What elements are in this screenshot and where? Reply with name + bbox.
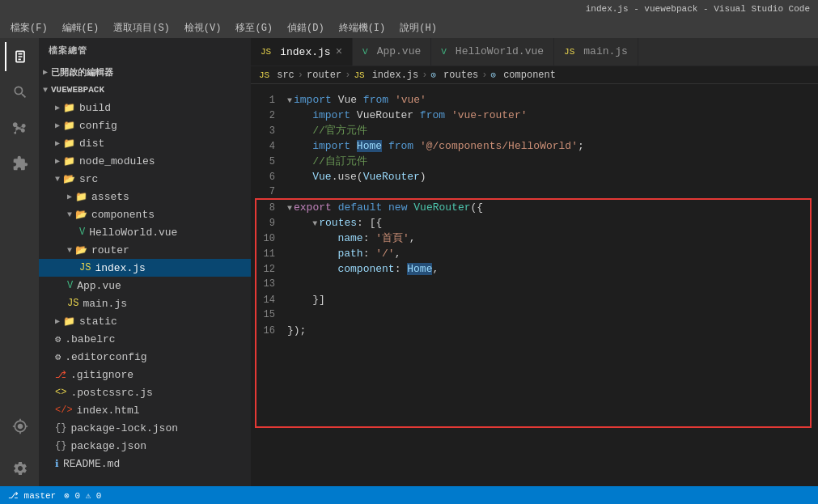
folder-assets[interactable]: ▶ 📁 assets: [39, 188, 251, 205]
tab-index-js[interactable]: JS index.js ×: [251, 38, 353, 66]
line-num-4: 4: [251, 139, 287, 155]
tab-app-vue-label: App.vue: [377, 45, 422, 57]
vue-tab-icon: V: [362, 47, 368, 57]
json-icon: {}: [55, 440, 66, 451]
code-line-6: 6 Vue.use(VueRouter): [251, 169, 818, 184]
file-readme[interactable]: ℹ README.md: [39, 455, 251, 472]
folder-router[interactable]: ▼ 📂 router: [39, 241, 251, 259]
code-area[interactable]: 1 ▼import Vue from 'vue' 2 import VueRou…: [251, 84, 818, 486]
breadcrumb-sep2: ›: [345, 70, 350, 81]
menu-item-偵錯(D)[interactable]: 偵錯(D): [281, 19, 331, 36]
folder-dist[interactable]: ▶ 📁 dist: [39, 134, 251, 152]
tab-close-index-js[interactable]: ×: [336, 45, 342, 58]
file-app-vue[interactable]: V App.vue: [39, 277, 251, 294]
line-num-15: 15: [251, 307, 287, 323]
git-icon: ⎇: [55, 369, 66, 381]
menu-item-終端機(I)[interactable]: 終端機(I): [333, 19, 392, 36]
folder-icon: 📁: [63, 138, 75, 150]
file-babelrc[interactable]: ⚙ .babelrc: [39, 330, 251, 348]
open-editors-label: 已開啟的編輯器: [51, 66, 113, 78]
file-package-lock-json[interactable]: {} package-lock.json: [39, 419, 251, 437]
folder-icon: 📁: [63, 155, 75, 167]
search-icon[interactable]: [5, 78, 34, 107]
line-num-5: 5: [251, 155, 287, 170]
explorer-icon[interactable]: [5, 42, 34, 71]
json-icon: {}: [55, 422, 66, 434]
root-label: VUEWEBPACK: [51, 85, 104, 95]
line-content-9: ▼routes: [{: [287, 215, 818, 231]
code-line-4: 4 import Home from '@/components/HelloWo…: [251, 138, 818, 154]
title-bar: index.js - vuewebpack - Visual Studio Co…: [0, 0, 818, 18]
line-num-2: 2: [251, 108, 287, 124]
folder-static[interactable]: ▶ 📁 static: [39, 312, 251, 330]
breadcrumb-router: router: [307, 70, 341, 81]
folder-components[interactable]: ▼ 📂 components: [39, 205, 251, 223]
file-index-js[interactable]: JS index.js: [39, 259, 251, 277]
js-icon: JS: [79, 262, 91, 273]
tab-helloworld-vue-label: HelloWorld.vue: [456, 45, 544, 57]
folder-build[interactable]: ▶ 📁 build: [39, 99, 251, 116]
folder-src[interactable]: ▼ 📂 src: [39, 170, 251, 188]
breadcrumb-component-icon: ⊙: [491, 70, 497, 80]
code-line-16: 16 });: [251, 323, 818, 338]
line-content-3: //官方元件: [287, 123, 818, 138]
file-index-html[interactable]: </> index.html: [39, 401, 251, 419]
open-editors-section[interactable]: ▶ 已開啟的編輯器: [39, 63, 251, 81]
code-line-15: 15: [251, 307, 818, 323]
menu-item-檢視(V)[interactable]: 檢視(V): [178, 19, 228, 36]
code-line-11: 11 path: '/',: [251, 246, 818, 261]
html-icon: </>: [55, 404, 73, 416]
breadcrumb-routes: routes: [443, 70, 478, 81]
status-bar: ⎇ master ⊗ 0 ⚠ 0: [0, 486, 818, 504]
menu-item-選取項目(S)[interactable]: 選取項目(S): [107, 19, 176, 36]
settings-icon[interactable]: [5, 454, 34, 483]
file-editorconfig[interactable]: ⚙ .editorconfig: [39, 348, 251, 366]
debug-icon[interactable]: [5, 412, 34, 441]
line-num-8: 8: [251, 201, 287, 216]
file-main-js[interactable]: JS main.js: [39, 294, 251, 312]
file-helloworld-vue[interactable]: V HelloWorld.vue: [39, 223, 251, 241]
folder-icon: 📁: [63, 102, 75, 114]
extensions-icon[interactable]: [5, 149, 34, 178]
breadcrumb-js-icon2: JS: [354, 70, 364, 80]
code-line-13: 13: [251, 277, 818, 292]
line-content-8: ▼export default new VueRouter({: [287, 200, 818, 216]
file-gitignore[interactable]: ⎇ .gitignore: [39, 366, 251, 383]
breadcrumb: JS src › router › JS index.js › ⊙ routes…: [251, 66, 818, 84]
code-line-5: 5 //自訂元件: [251, 154, 818, 169]
menu-item-檔案(F)[interactable]: 檔案(F): [4, 19, 54, 36]
root-section[interactable]: ▼ VUEWEBPACK: [39, 81, 251, 99]
folder-icon: 📁: [75, 191, 87, 203]
breadcrumb-routes-icon: ⊙: [430, 70, 436, 80]
breadcrumb-indexjs: index.js: [372, 70, 419, 81]
line-num-14: 14: [251, 293, 287, 308]
folder-open-icon: 📂: [75, 244, 87, 256]
code-line-7: 7: [251, 184, 818, 200]
file-package-json[interactable]: {} package.json: [39, 437, 251, 455]
tab-index-js-label: index.js: [280, 46, 330, 58]
menu-item-移至(G)[interactable]: 移至(G): [229, 19, 279, 36]
tab-helloworld-vue[interactable]: V HelloWorld.vue: [431, 38, 554, 66]
line-content-14: }]: [287, 292, 818, 307]
folder-node-modules[interactable]: ▶ 📁 node_modules: [39, 152, 251, 170]
menu-item-編輯(E)[interactable]: 編輯(E): [56, 19, 106, 36]
tab-app-vue[interactable]: V App.vue: [353, 38, 431, 66]
menu-bar: 檔案(F)編輯(E)選取項目(S)檢視(V)移至(G)偵錯(D)終端機(I)說明…: [0, 18, 818, 38]
tab-main-js-label: main.js: [583, 45, 628, 57]
line-content-6: Vue.use(VueRouter): [287, 169, 818, 184]
menu-item-說明(H)[interactable]: 說明(H): [393, 19, 443, 36]
tab-main-js[interactable]: JS main.js: [554, 38, 638, 66]
git-icon[interactable]: [5, 113, 34, 142]
js-tab-icon2: JS: [564, 47, 574, 57]
line-num-13: 13: [251, 277, 287, 292]
line-num-9: 9: [251, 216, 287, 231]
folder-icon: 📁: [63, 120, 75, 132]
breadcrumb-sep1: ›: [298, 70, 303, 81]
folder-config[interactable]: ▶ 📁 config: [39, 116, 251, 134]
file-postcssrc-js[interactable]: <> .postcssrc.js: [39, 383, 251, 401]
line-content-11: path: '/',: [287, 246, 818, 261]
gear-icon: ⚙: [55, 333, 61, 345]
code-line-9: 9 ▼routes: [{: [251, 215, 818, 231]
activity-bar: [0, 38, 39, 486]
line-num-3: 3: [251, 124, 287, 139]
